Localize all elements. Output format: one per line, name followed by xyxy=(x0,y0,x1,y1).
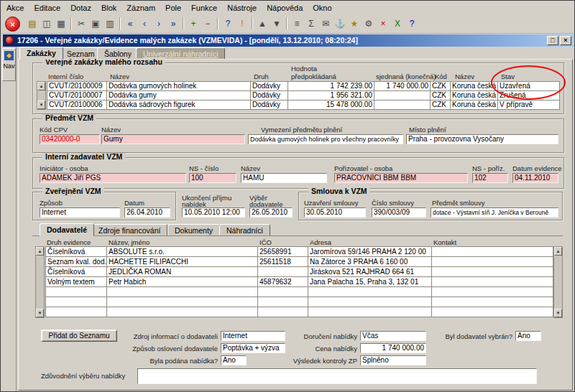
cell-contact[interactable] xyxy=(432,256,553,267)
tab-dokumenty[interactable]: Dokumenty xyxy=(167,224,220,236)
execute-query-icon[interactable]: ! xyxy=(235,17,249,31)
tab-nahradnici[interactable]: Náhradníci xyxy=(219,224,270,236)
pub-date-field[interactable]: 26.04.2010 xyxy=(124,207,170,218)
save-icon[interactable]: ◫ xyxy=(40,17,54,31)
cell-ico[interactable] xyxy=(258,266,308,277)
cell-status[interactable]: V přípravě xyxy=(498,100,560,110)
selection-field[interactable]: 26.05.2010 xyxy=(249,207,293,218)
ns-field[interactable]: 100 xyxy=(189,173,236,183)
cell-ico[interactable]: 25611518 xyxy=(258,256,308,267)
cell-kind[interactable]: Volným textem xyxy=(45,276,107,287)
orders-scrollbar[interactable]: ▲ ▼ xyxy=(37,81,46,110)
enter-query-icon[interactable]: ? xyxy=(221,17,235,31)
cpv-field[interactable]: 03420000-0 xyxy=(40,134,100,144)
last-record-icon[interactable]: » xyxy=(166,17,180,31)
zp-check-field[interactable]: Splněno xyxy=(360,355,426,365)
cell-kind[interactable]: Dodávky xyxy=(251,90,288,101)
menu-item[interactable]: Akce xyxy=(1,1,29,14)
cell-name[interactable] xyxy=(107,297,258,307)
suppliers-scrollbar-left[interactable]: ▲ ▼ xyxy=(35,246,45,318)
supplier-row-empty[interactable] xyxy=(45,307,553,317)
scroll-up-icon[interactable]: ▲ xyxy=(554,247,562,256)
menu-item[interactable]: Blok xyxy=(96,1,121,14)
cell-contact[interactable] xyxy=(432,297,553,307)
cell-contact[interactable] xyxy=(432,307,553,317)
method-field[interactable]: Internet xyxy=(40,207,120,218)
insert-record-icon[interactable]: + xyxy=(186,17,201,31)
open-folder-icon[interactable]: ▤ xyxy=(25,17,40,31)
menu-item[interactable]: Funkce xyxy=(186,1,222,14)
cell-name[interactable] xyxy=(107,286,258,297)
signed-field[interactable]: 30.05.2010 xyxy=(304,207,366,218)
supplier-row-empty[interactable] xyxy=(45,286,553,297)
menu-item[interactable]: Okno xyxy=(308,1,336,14)
ns2-field[interactable]: 102 xyxy=(472,173,508,183)
cell-address[interactable]: Jaromírova 59/146 PRAHA 2 120 00 xyxy=(308,246,432,257)
restore-button[interactable]: □ xyxy=(547,36,558,45)
order-row[interactable]: CVUT/20100007 Dodávka gumy Dodávky 1 956… xyxy=(47,90,560,101)
cell-kind[interactable] xyxy=(45,297,107,307)
contract-subject-field[interactable]: dotace - Výstavní síň J. Jeníčka v Berou… xyxy=(431,207,558,218)
definition-field[interactable]: Dodávka gumových holinek pro všechny pra… xyxy=(248,134,403,144)
scroll-down-icon[interactable]: ▼ xyxy=(37,101,45,109)
prev-record-icon[interactable]: ‹ xyxy=(137,17,152,31)
cell-kind[interactable]: Dodávky xyxy=(251,100,288,110)
cell-agreed[interactable] xyxy=(374,90,431,101)
order-row[interactable]: CVUT/20100006 Dodávka sádrových figurek … xyxy=(47,100,560,110)
cell-currency[interactable]: Koruna česká xyxy=(451,90,498,101)
cell-kind[interactable]: Seznam kval. dod. xyxy=(45,256,107,267)
menu-item[interactable]: Editace xyxy=(29,1,65,14)
sum-icon[interactable]: Σ xyxy=(304,17,318,31)
selected-field[interactable]: Ano xyxy=(515,331,541,341)
menu-item[interactable]: Dotaz xyxy=(65,1,96,14)
cell-name[interactable]: Dodávka gumových holinek xyxy=(107,81,251,91)
scroll-up-icon[interactable]: ▲ xyxy=(36,247,44,256)
cell-contact[interactable] xyxy=(432,276,553,287)
subject-name-field[interactable]: Gumy xyxy=(101,134,245,144)
print-icon[interactable]: ▦ xyxy=(54,17,68,31)
menu-item[interactable]: Pole xyxy=(160,1,186,14)
cell-expected[interactable]: 15 478 000.00 xyxy=(288,100,374,110)
supplier-row[interactable]: Číselníková JEDLIČKA ROMAN Jiráskova 521… xyxy=(45,266,553,277)
cell-address[interactable] xyxy=(308,307,432,317)
cell-address[interactable]: Jiráskova 521 RAJHRAD 664 61 xyxy=(308,266,432,277)
price-field[interactable]: 1 740 000.00 xyxy=(360,343,426,353)
cell-contact[interactable] xyxy=(432,286,553,297)
cell-code[interactable]: CZK xyxy=(431,100,451,110)
evidence-date-field[interactable]: 04.11.2010 xyxy=(512,173,558,183)
cut-icon[interactable]: ✂ xyxy=(74,17,88,31)
add-to-list-button[interactable]: Přidat do Seznamu xyxy=(41,330,117,342)
paste-icon[interactable]: ▥ xyxy=(103,17,117,31)
source-field[interactable]: Internet xyxy=(221,331,285,341)
cell-kind[interactable] xyxy=(45,307,107,317)
menu-item[interactable]: Nápověda xyxy=(262,1,308,14)
cell-kind[interactable]: Dodávky xyxy=(251,81,288,91)
contract-number-field[interactable]: 390/003/09 xyxy=(372,207,426,218)
cell-name[interactable]: ABSOLUTE s.r.o. xyxy=(107,246,258,257)
cell-name[interactable]: Dodávka sádrových figurek xyxy=(107,100,251,110)
cell-expected[interactable]: 1 956 321.00 xyxy=(288,90,374,101)
cell-currency[interactable]: Koruna česká xyxy=(451,100,498,110)
excel-export-icon[interactable]: X xyxy=(390,17,405,31)
list-icon[interactable]: ≡ xyxy=(290,17,304,31)
supplier-row-selected[interactable]: Volným textem Petr Habich 45879632 Jana … xyxy=(45,276,553,287)
menu-item[interactable]: Nástroje xyxy=(222,1,262,14)
acquirer-field[interactable]: PRACOVNÍCI BBM BBM xyxy=(334,173,468,183)
gear-icon[interactable]: ⚙ xyxy=(362,17,376,31)
cell-expected[interactable]: 1 742 239.00 xyxy=(288,81,374,91)
delivery-field[interactable]: Včas xyxy=(360,331,426,341)
cell-ico[interactable] xyxy=(258,286,308,297)
cell-agreed[interactable]: 1 740 000.00 xyxy=(374,81,431,91)
exit-button[interactable]: × xyxy=(5,17,20,32)
delete-record-icon[interactable]: − xyxy=(201,17,215,31)
scroll-up-icon[interactable]: ▲ xyxy=(37,82,45,90)
deadline-field[interactable]: 10.05.2010 12:00 xyxy=(182,207,245,218)
help-icon[interactable]: ? xyxy=(405,17,419,31)
supplier-row-empty[interactable] xyxy=(45,297,553,307)
first-record-icon[interactable]: « xyxy=(123,17,137,31)
cell-internal[interactable]: CVUT/20100009 xyxy=(47,81,107,91)
suppliers-scrollbar-right[interactable]: ▲ ▼ xyxy=(553,246,563,318)
cell-kind[interactable] xyxy=(45,286,107,297)
cell-code[interactable]: CZK xyxy=(431,81,451,91)
initiator-name-field[interactable]: HAMU xyxy=(241,173,327,183)
